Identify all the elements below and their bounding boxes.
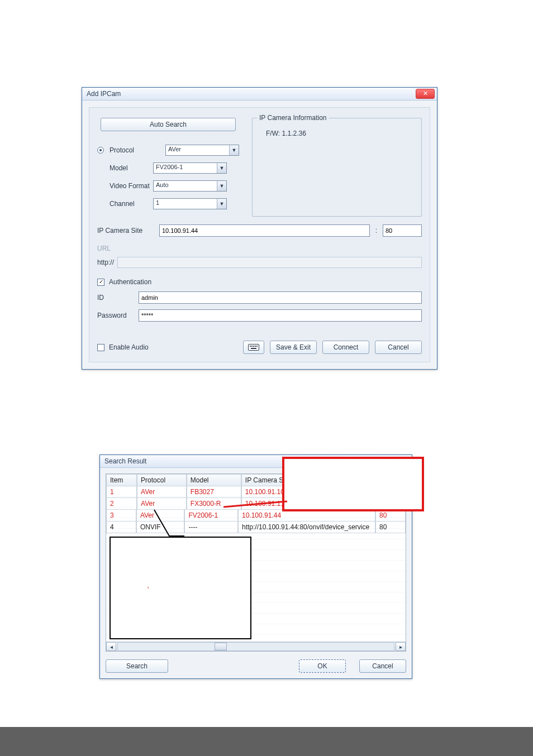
callout-red-box [282, 457, 424, 511]
protocol-combo-value: AVer [166, 145, 229, 155]
ok-button-label: OK [317, 662, 327, 670]
cancel-label: Cancel [388, 343, 408, 351]
channel-combo[interactable]: 1 ▼ [153, 198, 227, 209]
port-input[interactable] [383, 224, 422, 237]
video-format-label: Video Format [110, 182, 160, 190]
add-ipcam-dialog: Add IPCam ✕ Auto Search Protocol AVer ▼ [82, 87, 437, 370]
svg-rect-5 [256, 346, 258, 347]
chevron-down-icon: ▼ [229, 145, 239, 155]
ip-site-input[interactable] [159, 224, 370, 237]
channel-label: Channel [110, 200, 153, 208]
model-label: Model [110, 164, 153, 172]
enable-audio-checkbox[interactable]: ✓ [97, 344, 104, 351]
scroll-track[interactable] [117, 642, 394, 651]
protocol-combo[interactable]: AVer ▼ [165, 145, 239, 156]
add-ipcam-titlebar: Add IPCam ✕ [82, 88, 437, 101]
chevron-down-icon: ▼ [217, 199, 226, 209]
svg-rect-6 [251, 348, 256, 349]
model-combo-value: FV2006-1 [154, 163, 217, 173]
col-protocol[interactable]: Protocol [137, 474, 187, 486]
svg-rect-3 [253, 346, 254, 347]
id-input[interactable] [139, 291, 422, 304]
ip-camera-info-group: IP Camera Information F/W: 1.1.2.36 [252, 118, 422, 217]
ip-site-label: IP Camera Site [97, 227, 159, 235]
auto-search-label: Auto Search [150, 121, 187, 128]
scroll-left-icon[interactable]: ◂ [106, 642, 116, 651]
svg-line-7 [223, 501, 287, 507]
url-input[interactable] [117, 257, 422, 268]
protocol-label: Protocol [110, 146, 165, 154]
port-colon: : [375, 227, 377, 235]
scroll-right-icon[interactable]: ▸ [396, 642, 406, 651]
col-model[interactable]: Model [187, 474, 241, 486]
scroll-thumb[interactable] [215, 643, 227, 650]
connect-label: Connect [334, 343, 359, 351]
chevron-down-icon: ▼ [217, 181, 226, 191]
svg-rect-2 [251, 346, 253, 347]
model-combo[interactable]: FV2006-1 ▼ [153, 162, 227, 174]
password-field-label: Password [97, 312, 139, 319]
search-button-label: Search [126, 662, 147, 670]
svg-rect-4 [255, 346, 256, 347]
ip-camera-info-legend: IP Camera Information [257, 114, 329, 122]
url-radio-label: URL [97, 245, 111, 252]
svg-rect-1 [250, 346, 251, 347]
col-item[interactable]: Item [106, 474, 137, 486]
save-exit-button[interactable]: Save & Exit [270, 341, 317, 354]
horizontal-scrollbar[interactable]: ◂ ▸ [106, 642, 406, 651]
protocol-radio[interactable] [97, 147, 104, 154]
enable-audio-label: Enable Audio [109, 343, 149, 351]
video-format-combo[interactable]: Auto ▼ [153, 180, 227, 192]
cancel-button[interactable]: Cancel [359, 659, 406, 673]
keyboard-icon [248, 344, 259, 351]
password-input[interactable] [139, 309, 422, 322]
auth-label: Authentication [109, 278, 151, 286]
id-field-label: ID [97, 294, 139, 302]
keyboard-icon-button[interactable] [243, 341, 264, 354]
callout-bubble: ' [110, 537, 251, 639]
add-ipcam-title: Add IPCam [87, 90, 121, 98]
auto-search-button[interactable]: Auto Search [101, 118, 236, 131]
cancel-button-label: Cancel [372, 662, 393, 670]
search-button[interactable]: Search [106, 659, 168, 673]
callout-tick-mark: ' [147, 586, 250, 594]
auth-checkbox[interactable]: ✓ [97, 279, 104, 286]
callout-red-line-icon [223, 500, 291, 513]
url-prefix-label: http:// [97, 259, 114, 266]
connect-button[interactable]: Connect [322, 341, 369, 354]
page-footer-bar [0, 727, 533, 756]
ok-button[interactable]: OK [299, 659, 346, 673]
close-icon[interactable]: ✕ [416, 89, 435, 99]
add-ipcam-body: Auto Search Protocol AVer ▼ Model FV [89, 107, 430, 362]
cancel-button[interactable]: Cancel [375, 341, 422, 354]
svg-rect-0 [249, 344, 259, 351]
video-format-combo-value: Auto [154, 181, 217, 191]
search-result-title: Search Result [104, 457, 146, 465]
callout-tail-icon [150, 509, 200, 543]
chevron-down-icon: ▼ [217, 163, 226, 173]
save-exit-label: Save & Exit [276, 343, 311, 351]
channel-combo-value: 1 [154, 199, 217, 209]
